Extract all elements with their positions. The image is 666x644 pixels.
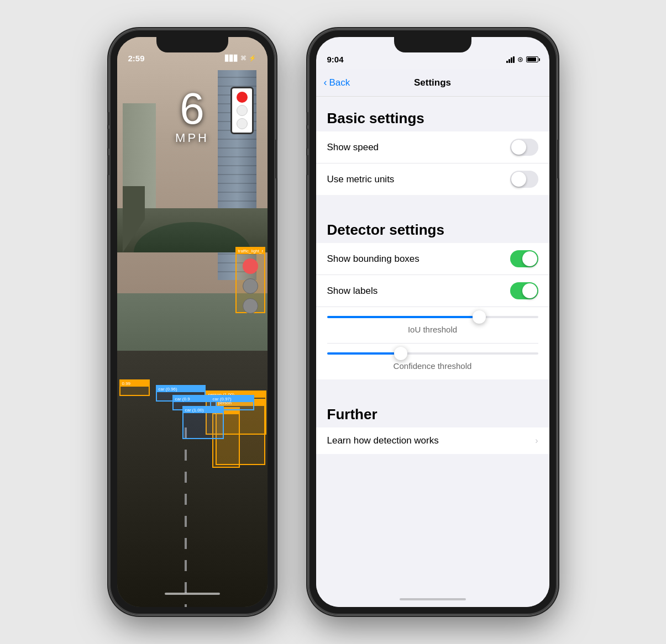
power-button[interactable] xyxy=(275,140,277,178)
iou-slider-fill xyxy=(327,316,479,318)
battery-fill xyxy=(527,57,536,61)
back-chevron-icon: ‹ xyxy=(324,77,327,88)
show-bounding-boxes-knob xyxy=(522,251,537,266)
traffic-light-overlay-icon xyxy=(230,87,254,134)
red-light xyxy=(237,92,248,103)
detection-label-1: 0.99 xyxy=(120,381,149,387)
show-speed-toggle[interactable] xyxy=(510,139,538,156)
nav-bar: ‹ Back Settings xyxy=(316,69,549,97)
chevron-right-icon: › xyxy=(535,436,538,446)
wifi-status-icon: ⊛ xyxy=(517,55,523,64)
left-screen: traffic_light_r 0.99 person (1.00) perso… xyxy=(117,37,268,607)
confidence-slider-fill xyxy=(327,352,401,355)
left-phone: traffic_light_r 0.99 person (1.00) perso… xyxy=(109,29,275,615)
right-power-button[interactable] xyxy=(557,140,559,178)
signal-bars xyxy=(506,56,515,63)
detector-settings-group: Show bounding boxes Show labels xyxy=(316,243,549,379)
volume-down-button[interactable] xyxy=(107,155,109,175)
show-speed-toggle-knob xyxy=(511,140,526,155)
left-notch xyxy=(156,37,228,52)
left-status-bar: 2:59 ▊▊▊ ⌘ ⚡ xyxy=(128,54,256,63)
speed-number: 6 xyxy=(175,87,209,131)
detection-car-label-2: car (0.9 xyxy=(174,396,216,402)
further-header: Further xyxy=(316,393,549,427)
detection-box-1: 0.99 xyxy=(119,379,150,396)
traffic-light-detection-box: traffic_light_r xyxy=(235,247,265,313)
confidence-threshold-label: Confidence threshold xyxy=(316,357,549,379)
show-labels-label: Show labels xyxy=(327,286,378,297)
right-time: 9:04 xyxy=(327,55,344,64)
right-volume-down[interactable] xyxy=(306,155,308,175)
show-labels-toggle[interactable] xyxy=(510,282,538,299)
show-bounding-boxes-toggle[interactable] xyxy=(510,250,538,267)
show-speed-label: Show speed xyxy=(327,142,379,153)
show-bounding-boxes-label: Show bounding boxes xyxy=(327,254,419,265)
metric-units-toggle[interactable] xyxy=(510,171,538,188)
back-label[interactable]: Back xyxy=(329,77,350,88)
volume-up-button[interactable] xyxy=(107,129,109,149)
yellow-light xyxy=(237,105,248,116)
confidence-slider-track xyxy=(327,352,538,355)
tl-red-light xyxy=(243,258,258,274)
left-time: 2:59 xyxy=(128,54,145,63)
right-status-icons: ⊛ xyxy=(506,55,538,64)
detector-settings-header: Detector settings xyxy=(316,208,549,243)
learn-detection-label: Learn how detection works xyxy=(327,435,439,446)
signal-bar-4 xyxy=(513,56,515,63)
left-status-icons: ▊▊▊ ⌘ ⚡ xyxy=(225,55,256,62)
detection-car-label-3: car (0.97) xyxy=(211,396,253,402)
battery-icon: ⚡ xyxy=(249,55,256,62)
show-speed-row: Show speed xyxy=(316,131,549,163)
nav-title: Settings xyxy=(414,77,451,88)
signal-icon: ▊▊▊ xyxy=(225,55,238,62)
bridge-arch xyxy=(134,222,251,252)
mute-switch[interactable] xyxy=(107,112,109,125)
detection-car-label-4: car (1.00) xyxy=(183,407,223,413)
signal-bar-2 xyxy=(508,59,510,63)
basic-settings-group: Show speed Use metric units xyxy=(316,131,549,195)
tl-green-light xyxy=(243,298,258,314)
right-screen: 9:04 ⊛ ‹ Back Settings xyxy=(316,37,549,607)
right-home-indicator xyxy=(400,598,466,600)
battery-status-icon xyxy=(526,56,538,62)
iou-threshold-label: IoU threshold xyxy=(316,320,549,343)
green-light xyxy=(237,118,248,129)
traffic-light-visual xyxy=(237,254,264,318)
speed-display: 6 MPH xyxy=(175,87,209,145)
metric-units-row: Use metric units xyxy=(316,163,549,195)
show-labels-knob xyxy=(522,283,537,298)
show-bounding-boxes-row: Show bounding boxes xyxy=(316,243,549,275)
tl-yellow-light xyxy=(243,278,258,294)
right-notch xyxy=(394,37,471,52)
metric-units-toggle-knob xyxy=(511,172,526,187)
iou-slider-container xyxy=(316,307,549,320)
learn-detection-row[interactable]: Learn how detection works › xyxy=(316,427,549,454)
right-status-bar: 9:04 ⊛ xyxy=(327,55,538,64)
detection-car-label-1: car (0.96) xyxy=(157,386,204,392)
confidence-slider-container xyxy=(316,344,549,357)
right-phone: 9:04 ⊛ ‹ Back Settings xyxy=(308,29,557,615)
left-home-indicator xyxy=(165,593,220,595)
settings-content: Basic settings Show speed Use metric uni… xyxy=(316,97,549,607)
right-volume-up[interactable] xyxy=(306,129,308,149)
confidence-slider-thumb[interactable] xyxy=(394,347,407,360)
further-group: Learn how detection works › xyxy=(316,427,549,454)
basic-settings-header: Basic settings xyxy=(316,97,549,131)
wifi-icon: ⌘ xyxy=(240,55,247,62)
section-gap-2 xyxy=(316,379,549,393)
traffic-light-label: traffic_light_r xyxy=(237,248,264,254)
bridge xyxy=(117,208,268,252)
iou-slider-track xyxy=(327,316,538,318)
detection-box-car-4: car (1.00) xyxy=(182,406,224,439)
section-gap-1 xyxy=(316,195,549,208)
speed-unit: MPH xyxy=(175,131,209,145)
right-mute[interactable] xyxy=(306,112,308,125)
signal-bar-1 xyxy=(506,61,508,63)
camera-scene: traffic_light_r 0.99 person (1.00) perso… xyxy=(117,37,268,607)
metric-units-label: Use metric units xyxy=(327,174,395,185)
back-button[interactable]: ‹ Back xyxy=(324,77,350,88)
iou-slider-thumb[interactable] xyxy=(473,310,486,324)
signal-bar-3 xyxy=(511,57,512,63)
show-labels-row: Show labels xyxy=(316,275,549,307)
